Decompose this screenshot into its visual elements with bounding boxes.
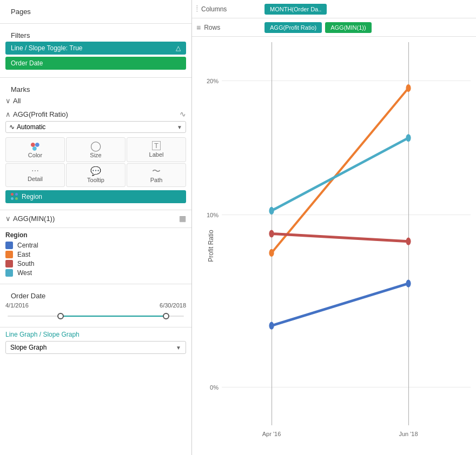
color-label: Color — [28, 152, 42, 158]
marks-tooltip-button[interactable]: 💬 Tooltip — [66, 163, 125, 187]
rows-min-pill[interactable]: AGG(MIN(1)) — [325, 22, 371, 33]
size-icon: ◯ — [90, 141, 101, 151]
right-panel: ⦙ Columns MONTH(Order Da.. ≡ Rows AGG(Pr… — [192, 0, 476, 455]
agg-min-header[interactable]: ∨ AGG(MIN(1)) ▦ — [5, 212, 186, 224]
detail-icon: ⋯ — [31, 167, 39, 175]
marks-agg-profit-section: ∧ AGG(Profit Ratio) ∿ ∿ Automatic ▼ ● — [5, 108, 186, 203]
agg-min-section: ∨ AGG(MIN(1)) ▦ — [0, 210, 191, 228]
marks-all-chevron: ∨ — [5, 97, 11, 105]
marks-section: Marks ∨ All ∧ AGG(Profit Ratio) ∿ ∿ Auto… — [0, 78, 191, 210]
svg-line-0 — [272, 284, 408, 326]
columns-month-pill[interactable]: MONTH(Order Da.. — [265, 4, 327, 15]
marks-title: Marks — [5, 81, 186, 96]
legend-color-central — [5, 242, 13, 249]
dropdown-wave-icon: ∿ — [9, 123, 15, 131]
agg-profit-wave-icon: ∿ — [180, 110, 186, 118]
legend-title: Region — [5, 231, 186, 239]
chart-area: Profit Ratio 20% 10% 0% Apr '16 Jun '18 — [192, 37, 476, 455]
detail-label: Detail — [28, 176, 43, 182]
marks-detail-button[interactable]: ⋯ Detail — [5, 163, 65, 187]
label-label: Label — [149, 151, 164, 158]
legend-label-central: Central — [17, 242, 38, 249]
rows-row: ≡ Rows AGG(Profit Ratio) AGG(MIN(1)) — [192, 18, 476, 37]
marks-type-dropdown-row: ∿ Automatic ▼ — [5, 121, 186, 133]
x-tick-apr16: Apr '16 — [262, 431, 281, 437]
linegraph-dropdown-caret: ▼ — [176, 345, 181, 351]
y-tick-10pct: 10% — [207, 212, 222, 218]
legend-item-south: South — [5, 260, 186, 267]
filter-delta-icon: △ — [176, 44, 181, 52]
x-tick-jun18: Jun '18 — [399, 431, 418, 437]
legend-color-west — [5, 269, 13, 277]
svg-point-5 — [269, 249, 274, 257]
agg-min-label: AGG(MIN(1)) — [13, 215, 55, 223]
legend-label-west: West — [17, 269, 32, 277]
slider-fill — [61, 316, 167, 317]
legend-color-east — [5, 251, 13, 258]
date-filter-title: Order Date — [5, 287, 186, 302]
svg-line-3 — [272, 138, 408, 211]
region-pill[interactable]: Region — [5, 190, 186, 203]
region-dots-icon — [11, 193, 18, 200]
filter-toggle-label: Line / Slope Toggle: True — [11, 44, 83, 52]
agg-profit-chevron: ∧ — [5, 110, 11, 118]
marks-type-dropdown[interactable]: ∿ Automatic ▼ — [5, 121, 186, 133]
svg-line-2 — [272, 234, 408, 242]
color-icon: ● — [32, 141, 38, 151]
marks-path-button[interactable]: 〜 Path — [127, 163, 186, 187]
region-label: Region — [22, 193, 42, 200]
linegraph-dropdown[interactable]: Slope Graph ▼ — [5, 341, 186, 354]
agg-profit-label: AGG(Profit Ratio) — [13, 110, 68, 118]
svg-point-4 — [269, 322, 274, 330]
agg-min-bar-icon: ▦ — [179, 214, 186, 223]
filter-date-label: Order Date — [11, 59, 43, 67]
svg-point-9 — [406, 84, 411, 92]
slider-thumb-left[interactable] — [57, 313, 64, 319]
columns-dots-icon: ⦙ — [196, 4, 198, 14]
dropdown-label: Automatic — [17, 123, 45, 131]
filter-date-pill[interactable]: Order Date — [5, 57, 186, 70]
marks-agg-profit-header[interactable]: ∧ AGG(Profit Ratio) ∿ — [5, 108, 186, 121]
svg-point-6 — [269, 230, 274, 237]
legend-color-south — [5, 260, 13, 267]
columns-label-area: ⦙ Columns — [196, 4, 261, 14]
svg-point-11 — [406, 134, 411, 142]
linegraph-dropdown-label: Slope Graph — [10, 344, 47, 351]
left-panel: Pages Filters Line / Slope Toggle: True … — [0, 0, 192, 455]
rows-profit-pill[interactable]: AGG(Profit Ratio) — [265, 22, 322, 33]
y-tick-0pct: 0% — [210, 384, 222, 391]
dropdown-caret: ▼ — [177, 124, 182, 130]
date-slider[interactable] — [8, 311, 184, 322]
date-start: 4/1/2016 — [5, 302, 29, 309]
filters-title: Filters — [5, 27, 186, 42]
marks-color-button[interactable]: ● Color — [5, 137, 65, 162]
columns-row: ⦙ Columns MONTH(Order Da.. — [192, 0, 476, 18]
filter-toggle-pill[interactable]: Line / Slope Toggle: True △ — [5, 42, 186, 55]
filters-section: Filters Line / Slope Toggle: True △ Orde… — [0, 24, 191, 78]
legend-item-central: Central — [5, 242, 186, 249]
legend-section: Region Central East South West — [0, 228, 191, 284]
linegraph-section: Line Graph / Slope Graph Slope Graph ▼ — [0, 327, 191, 358]
tooltip-label: Tooltip — [87, 177, 104, 183]
svg-point-10 — [406, 238, 411, 245]
chart-inner: 20% 10% 0% Apr '16 Jun '18 — [222, 42, 471, 425]
marks-icons-grid: ● Color ◯ Size T Label ⋯ Detail — [5, 137, 186, 187]
rows-label-area: ≡ Rows — [196, 23, 261, 32]
date-filter-section: Order Date 4/1/2016 6/30/2018 — [0, 284, 191, 327]
date-range-row: 4/1/2016 6/30/2018 — [5, 302, 186, 309]
marks-label-button[interactable]: T Label — [127, 137, 186, 162]
marks-all-row[interactable]: ∨ All — [5, 96, 186, 108]
pages-title: Pages — [5, 3, 186, 18]
agg-min-chevron: ∨ — [5, 215, 11, 223]
slider-thumb-right[interactable] — [163, 313, 169, 319]
y-axis-label: Profit Ratio — [207, 230, 215, 262]
linegraph-title: Line Graph / Slope Graph — [5, 331, 186, 338]
columns-label: Columns — [201, 5, 227, 13]
marks-size-button[interactable]: ◯ Size — [66, 137, 125, 162]
tooltip-icon: 💬 — [90, 167, 101, 176]
legend-item-west: West — [5, 269, 186, 277]
date-end: 6/30/2018 — [160, 302, 186, 309]
size-label: Size — [90, 152, 101, 158]
svg-point-7 — [269, 207, 274, 215]
pages-section: Pages — [0, 0, 191, 24]
